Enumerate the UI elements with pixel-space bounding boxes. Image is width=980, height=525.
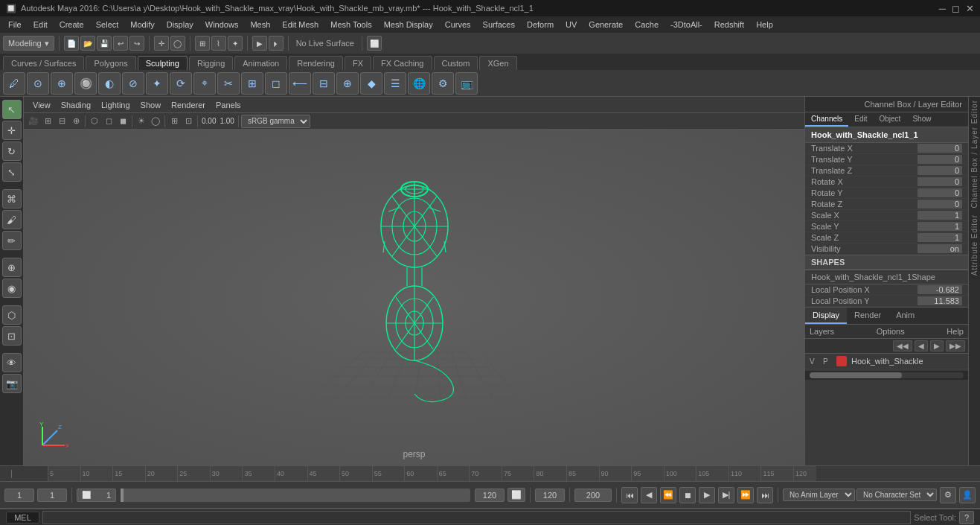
minimize-button[interactable]: ─ bbox=[939, 3, 946, 14]
input-output-btn[interactable]: ⬜ bbox=[367, 36, 382, 51]
menu-item-mesh-tools[interactable]: Mesh Tools bbox=[325, 19, 377, 31]
playback-slider[interactable] bbox=[121, 489, 470, 502]
ipr-btn[interactable]: ⏵ bbox=[269, 36, 284, 51]
display-tab-anim[interactable]: Anim bbox=[888, 308, 922, 324]
close-button[interactable]: ✕ bbox=[966, 3, 974, 14]
selection-constraint[interactable]: ⬡ bbox=[2, 305, 22, 325]
channel-value[interactable] bbox=[917, 166, 962, 175]
menu-item-cache[interactable]: Cache bbox=[630, 19, 664, 31]
menu-item-mesh[interactable]: Mesh bbox=[245, 19, 275, 31]
play-fwd-btn[interactable]: ▶ bbox=[699, 487, 715, 503]
layer-action-help[interactable]: Help bbox=[947, 327, 964, 336]
redo-btn[interactable]: ↪ bbox=[129, 36, 144, 51]
shelf-icon-2[interactable]: ⊙ bbox=[27, 72, 49, 95]
shelf-tab-fx[interactable]: FX bbox=[345, 56, 371, 70]
frame-all[interactable]: ⊡ bbox=[2, 326, 22, 346]
menu-item-uv[interactable]: UV bbox=[560, 19, 582, 31]
shelf-icon-12[interactable]: ◻ bbox=[265, 72, 287, 95]
view-menu[interactable]: View bbox=[28, 99, 55, 111]
workspace-dropdown[interactable]: Modeling ▾ bbox=[3, 36, 54, 51]
side-label-attribute-editor[interactable]: Attribute Editor bbox=[969, 211, 980, 279]
channel-value[interactable] bbox=[917, 211, 962, 220]
layer-action-layers[interactable]: Layers bbox=[810, 327, 834, 336]
snap-grid-btn[interactable]: ⊞ bbox=[195, 36, 210, 51]
menu-item-file[interactable]: File bbox=[3, 19, 27, 31]
display-tab-render[interactable]: Render bbox=[847, 308, 888, 324]
select-tool[interactable]: ↖ bbox=[2, 100, 22, 119]
show-hide[interactable]: 👁 bbox=[2, 353, 22, 372]
shelf-tab-xgen[interactable]: XGen bbox=[479, 56, 516, 70]
channel-value[interactable] bbox=[917, 222, 962, 231]
anim-total-input[interactable] bbox=[574, 489, 612, 502]
vp-cam-btn[interactable]: 🎥 bbox=[27, 115, 40, 128]
shelf-icon-3[interactable]: ⊕ bbox=[51, 72, 73, 95]
shelf-icon-9[interactable]: ⌖ bbox=[193, 72, 216, 95]
anim-settings-btn[interactable]: ⚙ bbox=[940, 487, 956, 503]
renderer-menu[interactable]: Renderer bbox=[167, 99, 210, 111]
cb-tab-show[interactable]: Show bbox=[906, 112, 937, 127]
shading-menu[interactable]: Shading bbox=[57, 99, 95, 111]
layer-visible[interactable]: V bbox=[810, 357, 819, 366]
end-frame-input[interactable] bbox=[475, 489, 505, 502]
shelf-icon-1[interactable]: 🖊 bbox=[3, 72, 25, 95]
layer-nav-btn[interactable]: ◀◀ bbox=[893, 340, 912, 351]
shelf-icon-18[interactable]: 🌐 bbox=[408, 72, 430, 95]
shelf-tab-curves-/-surfaces[interactable]: Curves / Surfaces bbox=[3, 56, 84, 70]
menu-item-edit[interactable]: Edit bbox=[28, 19, 53, 31]
move-tool[interactable]: ✛ bbox=[2, 121, 22, 140]
shelf-icon-19[interactable]: ⚙ bbox=[432, 72, 454, 95]
cb-tab-object[interactable]: Object bbox=[874, 112, 907, 127]
select-tool-btn[interactable]: ✛ bbox=[154, 36, 169, 51]
menu-item-curves[interactable]: Curves bbox=[440, 19, 476, 31]
anim-end-input[interactable] bbox=[535, 489, 565, 502]
shape-channel-value[interactable] bbox=[917, 285, 962, 294]
anim-layer-select[interactable]: No Anim Layer bbox=[783, 489, 855, 501]
shelf-tab-rigging[interactable]: Rigging bbox=[189, 56, 233, 70]
char-settings-btn[interactable]: 👤 bbox=[959, 487, 976, 503]
step-fwd-btn[interactable]: ▶| bbox=[718, 487, 734, 503]
char-set-select[interactable]: No Character Set bbox=[856, 489, 937, 501]
vp-textured-btn[interactable]: ◼ bbox=[116, 115, 129, 128]
channel-value[interactable] bbox=[917, 233, 962, 242]
step-back-btn[interactable]: ◀ bbox=[641, 487, 657, 503]
shelf-icon-16[interactable]: ◆ bbox=[360, 72, 382, 95]
vp-grid-btn[interactable]: ⊞ bbox=[167, 115, 181, 128]
shelf-icon-13[interactable]: ⟵ bbox=[289, 72, 311, 95]
vp-ao-btn[interactable]: ◯ bbox=[149, 115, 162, 128]
show-menu[interactable]: Show bbox=[136, 99, 166, 111]
shelf-tab-fx-caching[interactable]: FX Caching bbox=[373, 56, 432, 70]
vp-tb-btn2[interactable]: ⊞ bbox=[41, 115, 54, 128]
shelf-tab-animation[interactable]: Animation bbox=[234, 56, 287, 70]
panels-menu[interactable]: Panels bbox=[211, 99, 246, 111]
open-scene-btn[interactable]: 📂 bbox=[80, 36, 95, 51]
shelf-icon-4[interactable]: 🔘 bbox=[74, 72, 97, 95]
shelf-icon-8[interactable]: ⟳ bbox=[170, 72, 192, 95]
shelf-icon-10[interactable]: ✂ bbox=[217, 72, 240, 95]
shelf-icon-20[interactable]: 📺 bbox=[455, 72, 478, 95]
cb-tab-channels[interactable]: Channels bbox=[805, 112, 848, 127]
skip-back-btn[interactable]: ⏪ bbox=[660, 487, 676, 503]
menu-item-surfaces[interactable]: Surfaces bbox=[478, 19, 520, 31]
layer-nav-btn[interactable]: ▶ bbox=[930, 340, 944, 351]
layer-playback[interactable]: P bbox=[823, 357, 832, 366]
shelf-tab-polygons[interactable]: Polygons bbox=[86, 56, 135, 70]
paint-tool[interactable]: 🖌 bbox=[2, 210, 22, 229]
vp-tb-btn3[interactable]: ⊟ bbox=[55, 115, 68, 128]
shelf-tab-rendering[interactable]: Rendering bbox=[289, 56, 343, 70]
play-back-btn[interactable]: ⏮ bbox=[621, 487, 638, 503]
timeline-area[interactable]: │ 51015202530354045505560657075808590951… bbox=[0, 465, 980, 482]
menu-item-create[interactable]: Create bbox=[54, 19, 89, 31]
layer-nav-btn[interactable]: ▶▶ bbox=[946, 340, 965, 351]
layer-scrollbar[interactable] bbox=[805, 371, 968, 380]
channel-value[interactable] bbox=[917, 144, 962, 153]
stop-btn[interactable]: ⏹ bbox=[679, 487, 696, 503]
menu-item-generate[interactable]: Generate bbox=[583, 19, 628, 31]
side-label-channel-box[interactable]: Channel Box / Layer Editor bbox=[969, 97, 980, 211]
new-scene-btn[interactable]: 📄 bbox=[64, 36, 79, 51]
shelf-icon-6[interactable]: ⊘ bbox=[122, 72, 144, 95]
channel-value[interactable] bbox=[917, 177, 962, 186]
lasso-btn[interactable]: ◯ bbox=[170, 36, 185, 51]
shape-channel-value[interactable] bbox=[917, 296, 962, 305]
vp-smooth-btn[interactable]: ◻ bbox=[102, 115, 115, 128]
shelf-icon-15[interactable]: ⊕ bbox=[336, 72, 359, 95]
